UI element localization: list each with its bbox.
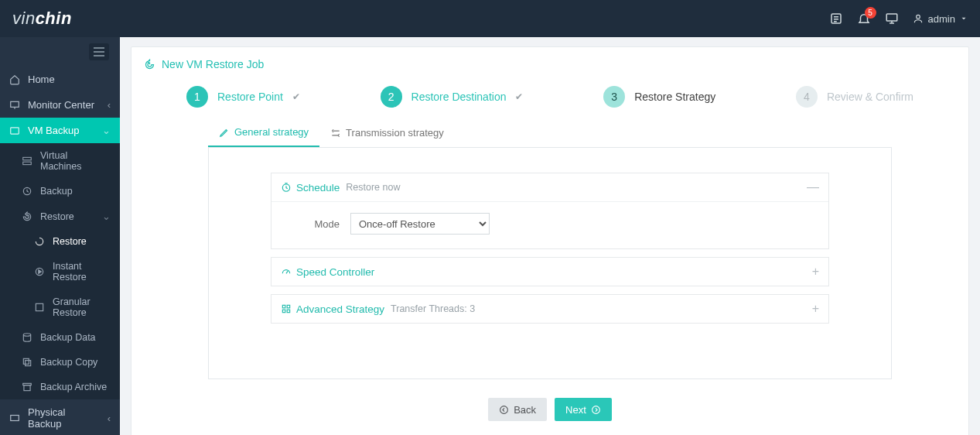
sidebar-item-physical[interactable]: Physical Backup ‹: [0, 399, 120, 435]
sidebar-item-backup-copy[interactable]: Backup Copy: [0, 350, 120, 375]
svg-rect-4: [886, 14, 897, 21]
user-dropdown[interactable]: admin: [913, 13, 968, 25]
sidebar-item-monitor[interactable]: Monitor Center ‹: [0, 92, 120, 118]
refresh-icon: [144, 59, 155, 70]
svg-rect-21: [24, 385, 30, 391]
svg-point-37: [592, 406, 599, 413]
check-icon: ✔: [292, 91, 300, 102]
monitor-icon[interactable]: [885, 12, 899, 26]
mode-select[interactable]: Once-off Restore: [350, 213, 490, 235]
chevron-down-icon: [960, 15, 968, 22]
svg-rect-18: [26, 361, 31, 366]
step-restore-strategy[interactable]: 3 Restore Strategy: [603, 86, 715, 108]
sidebar-item-label: Monitor Center: [28, 99, 94, 111]
sidebar-toggle[interactable]: [89, 43, 109, 60]
user-icon: [913, 13, 924, 24]
svg-rect-12: [23, 162, 32, 165]
sidebar-item-virtual-machines[interactable]: Virtual Machines: [0, 143, 120, 179]
sidebar-item-label: Backup: [40, 186, 73, 197]
monitor-center-icon: [9, 100, 20, 111]
step-number: 1: [186, 86, 208, 108]
chevron-down-icon: ⌄: [102, 211, 111, 222]
clock-icon: [281, 182, 292, 193]
sidebar-item-vmbackup[interactable]: VM Backup ⌄: [0, 118, 120, 143]
step-label: Review & Confirm: [827, 91, 913, 103]
tab-transmission-strategy[interactable]: Transmission strategy: [319, 118, 455, 147]
accordion-title: Advanced Strategy: [296, 303, 384, 315]
sidebar-item-home[interactable]: Home: [0, 67, 120, 92]
instant-icon: [34, 266, 45, 277]
accordion-header-advanced[interactable]: Advanced Strategy Transfer Threads: 3 +: [271, 295, 828, 323]
accordion-header-speed[interactable]: Speed Controller +: [271, 258, 828, 286]
back-button[interactable]: Back: [488, 398, 547, 421]
accordion-summary: Restore now: [346, 182, 400, 193]
sidebar-item-granular-restore[interactable]: Granular Restore: [0, 289, 120, 325]
step-label: Restore Strategy: [634, 91, 715, 103]
transfer-icon: [330, 128, 341, 139]
step-restore-point[interactable]: 1 Restore Point ✔: [186, 86, 300, 108]
next-button[interactable]: Next: [555, 398, 612, 421]
tab-label: Transmission strategy: [346, 127, 444, 139]
sidebar-item-restore[interactable]: Restore ⌄: [0, 204, 120, 229]
svg-rect-34: [282, 310, 285, 313]
svg-point-7: [916, 15, 920, 19]
sidebar-item-backup[interactable]: Backup: [0, 179, 120, 204]
svg-rect-16: [36, 303, 43, 310]
accordion-speed: Speed Controller +: [271, 257, 829, 286]
sidebar-item-backup-archive[interactable]: Backup Archive: [0, 375, 120, 399]
archive-icon: [22, 382, 32, 392]
chevron-down-icon: ⌄: [102, 125, 111, 136]
step-number: 3: [603, 86, 625, 108]
arrow-left-icon: [499, 405, 509, 415]
sidebar-item-backup-data[interactable]: Backup Data: [0, 325, 120, 350]
button-label: Next: [565, 404, 586, 416]
wizard-steps: 1 Restore Point ✔ 2 Restore Destination …: [186, 86, 913, 108]
sidebar-item-instant-restore[interactable]: Instant Restore: [0, 254, 120, 289]
step-review-confirm[interactable]: 4 Review & Confirm: [796, 86, 913, 108]
step-label: Restore Point: [217, 91, 283, 103]
gauge-icon: [281, 266, 292, 277]
svg-point-36: [500, 406, 508, 413]
accordion-schedule: Schedule Restore now — Mode Once-off Res…: [271, 173, 829, 249]
svg-rect-35: [287, 310, 290, 313]
tab-label: General strategy: [234, 126, 309, 138]
accordion-advanced: Advanced Strategy Transfer Threads: 3 +: [271, 294, 829, 324]
accordion-summary: Transfer Threads: 3: [391, 303, 475, 314]
backup-icon: [22, 186, 32, 197]
svg-rect-33: [287, 305, 290, 308]
svg-rect-32: [282, 305, 285, 308]
step-number: 2: [381, 86, 402, 108]
user-name: admin: [928, 13, 955, 25]
notification-icon[interactable]: 5: [857, 12, 871, 26]
svg-rect-19: [23, 358, 29, 364]
sidebar-item-restore-sub[interactable]: Restore: [0, 229, 120, 254]
svg-rect-10: [11, 127, 19, 133]
sidebar-item-label: Physical Backup: [28, 406, 100, 430]
svg-rect-8: [11, 101, 19, 107]
check-icon: ✔: [515, 91, 523, 102]
vm-icon: [9, 125, 20, 136]
sidebar-item-label: Restore: [53, 236, 87, 247]
list-icon[interactable]: [829, 12, 843, 26]
pencil-icon: [219, 127, 230, 138]
tab-general-strategy[interactable]: General strategy: [208, 118, 319, 147]
arrow-right-icon: [591, 405, 601, 415]
sidebar-item-label: Instant Restore: [53, 261, 111, 283]
copy-icon: [22, 357, 32, 368]
button-label: Back: [514, 404, 536, 416]
home-icon: [9, 74, 20, 85]
sidebar-item-label: VM Backup: [28, 125, 79, 136]
accordion-header-schedule[interactable]: Schedule Restore now —: [271, 173, 828, 201]
sidebar: Home Monitor Center ‹ VM Backup ⌄ Virtua…: [0, 37, 120, 435]
sidebar-item-label: Virtual Machines: [40, 150, 111, 172]
physical-icon: [9, 413, 20, 423]
svg-rect-22: [11, 416, 19, 421]
restore-icon: [22, 211, 32, 222]
step-restore-destination[interactable]: 2 Restore Destination ✔: [381, 86, 524, 108]
server-icon: [22, 156, 32, 166]
sidebar-item-label: Home: [28, 74, 55, 85]
svg-line-31: [286, 271, 288, 274]
brand-logo: vinchin: [12, 9, 72, 29]
step-number: 4: [796, 86, 818, 108]
mode-label: Mode: [285, 218, 340, 230]
